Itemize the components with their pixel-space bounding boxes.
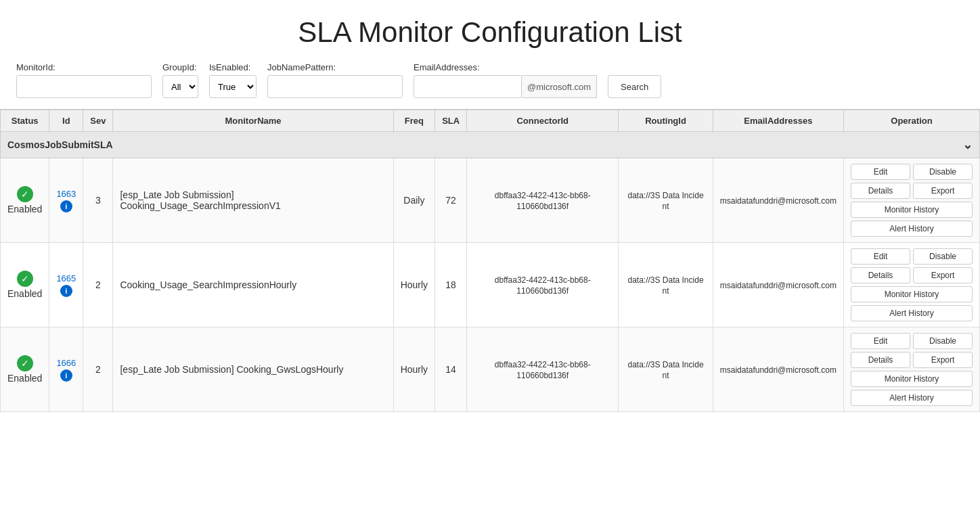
sev-cell: 2 xyxy=(83,327,113,412)
edit-button[interactable]: Edit xyxy=(851,248,910,265)
connector-id-cell: dbffaa32-4422-413c-bb68-110660bd136f xyxy=(467,158,619,243)
status-text: Enabled xyxy=(7,204,42,214)
group-id-filter: GroupId: All xyxy=(162,62,198,98)
job-name-input[interactable] xyxy=(267,75,403,98)
col-connector-id: ConnectorId xyxy=(467,110,619,132)
is-enabled-label: IsEnabled: xyxy=(209,62,257,72)
operation-cell: EditDisableDetailsExportMonitor HistoryA… xyxy=(843,327,979,412)
export-button[interactable]: Export xyxy=(913,352,973,368)
status-check-icon: ✓ xyxy=(17,186,33,202)
id-link[interactable]: 1666 xyxy=(56,358,76,368)
monitor-name-cell: Cooking_Usage_SearchImpressionHourly xyxy=(113,243,393,327)
sla-cell: 14 xyxy=(435,327,467,412)
chevron-down-icon[interactable]: ⌄ xyxy=(962,137,973,152)
connector-id-cell: dbffaa32-4422-413c-bb68-110660bd136f xyxy=(467,243,619,327)
routing-id-cell: data://3S Data Incide nt xyxy=(619,243,713,327)
routing-id-text: data://3S Data Incide nt xyxy=(627,191,703,211)
email-text: msaidatafunddri@microsoft.com xyxy=(720,365,837,375)
col-routing-id: RoutingId xyxy=(619,110,713,132)
monitor-name-cell: [esp_Late Job Submission] Cooking_GwsLog… xyxy=(113,327,393,412)
email-input-wrapper: @microsoft.com xyxy=(414,75,597,98)
alert-history-button[interactable]: Alert History xyxy=(851,221,973,237)
connector-id-text: dbffaa32-4422-413c-bb68-110660bd136f xyxy=(495,275,591,296)
email-input[interactable] xyxy=(414,75,522,98)
id-link[interactable]: 1663 xyxy=(56,189,76,199)
email-cell: msaidatafunddri@microsoft.com xyxy=(713,158,843,243)
details-button[interactable]: Details xyxy=(851,352,910,368)
table-header-row: Status Id Sev MonitorName Freq SLA Conne… xyxy=(1,110,980,132)
email-label: EmailAddresses: xyxy=(414,62,597,72)
email-cell: msaidatafunddri@microsoft.com xyxy=(713,327,843,412)
alert-history-button[interactable]: Alert History xyxy=(851,305,973,321)
status-cell: ✓ Enabled xyxy=(1,327,49,412)
email-text: msaidatafunddri@microsoft.com xyxy=(720,281,837,290)
monitor-id-filter: MonitorId: xyxy=(16,62,152,98)
info-icon[interactable]: i xyxy=(60,285,72,297)
info-icon[interactable]: i xyxy=(60,200,72,212)
export-button[interactable]: Export xyxy=(913,183,973,199)
status-text: Enabled xyxy=(7,373,42,384)
monitor-history-button[interactable]: Monitor History xyxy=(851,202,973,218)
col-monitor-name: MonitorName xyxy=(113,110,393,132)
operation-cell: EditDisableDetailsExportMonitor HistoryA… xyxy=(843,243,979,327)
col-freq: Freq xyxy=(393,110,435,132)
routing-id-cell: data://3S Data Incide nt xyxy=(619,327,713,412)
freq-cell: Daily xyxy=(393,158,435,243)
disable-button[interactable]: Disable xyxy=(913,164,973,180)
operation-cell: EditDisableDetailsExportMonitor HistoryA… xyxy=(843,158,979,243)
status-check-icon: ✓ xyxy=(17,355,33,371)
search-button[interactable]: Search xyxy=(608,75,661,98)
group-name: CosmosJobSubmitSLA xyxy=(7,139,113,150)
status-text: Enabled xyxy=(7,288,42,299)
table-row: ✓ Enabled 1663 i 3[esp_Late Job Submissi… xyxy=(1,158,980,243)
ops-grid: EditDisableDetailsExportMonitor HistoryA… xyxy=(851,248,973,321)
sla-cell: 72 xyxy=(435,158,467,243)
group-id-select[interactable]: All xyxy=(162,75,198,98)
ops-grid: EditDisableDetailsExportMonitor HistoryA… xyxy=(851,333,973,406)
sla-cell: 18 xyxy=(435,243,467,327)
status-check-icon: ✓ xyxy=(17,271,33,287)
col-sev: Sev xyxy=(83,110,113,132)
id-link[interactable]: 1665 xyxy=(56,273,76,283)
details-button[interactable]: Details xyxy=(851,267,910,283)
monitor-table: Status Id Sev MonitorName Freq SLA Conne… xyxy=(0,109,980,412)
routing-id-cell: data://3S Data Incide nt xyxy=(619,158,713,243)
table-row: ✓ Enabled 1665 i 2Cooking_Usage_SearchIm… xyxy=(1,243,980,327)
monitor-history-button[interactable]: Monitor History xyxy=(851,371,973,387)
status-cell: ✓ Enabled xyxy=(1,158,49,243)
freq-cell: Hourly xyxy=(393,327,435,412)
email-suffix: @microsoft.com xyxy=(522,75,597,98)
freq-cell: Hourly xyxy=(393,243,435,327)
details-button[interactable]: Details xyxy=(851,183,910,199)
alert-history-button[interactable]: Alert History xyxy=(851,390,973,406)
monitor-history-button[interactable]: Monitor History xyxy=(851,286,973,302)
sev-cell: 2 xyxy=(83,243,113,327)
disable-button[interactable]: Disable xyxy=(913,248,973,265)
email-cell: msaidatafunddri@microsoft.com xyxy=(713,243,843,327)
group-header-row: CosmosJobSubmitSLA⌄ xyxy=(1,132,980,158)
connector-id-text: dbffaa32-4422-413c-bb68-110660bd136f xyxy=(495,360,591,380)
info-icon[interactable]: i xyxy=(60,369,72,382)
col-email: EmailAddresses xyxy=(713,110,843,132)
page-title: SLA Monitor Configuration List xyxy=(0,0,980,62)
monitor-name-cell: [esp_Late Job Submission] Cooking_Usage_… xyxy=(113,158,393,243)
sev-cell: 3 xyxy=(83,158,113,243)
disable-button[interactable]: Disable xyxy=(913,333,973,349)
export-button[interactable]: Export xyxy=(913,267,973,283)
job-name-filter: JobNamePattern: xyxy=(267,62,403,98)
id-cell: 1665 i xyxy=(49,243,83,327)
col-sla: SLA xyxy=(435,110,467,132)
col-status: Status xyxy=(1,110,49,132)
id-cell: 1666 i xyxy=(49,327,83,412)
edit-button[interactable]: Edit xyxy=(851,333,910,349)
job-name-label: JobNamePattern: xyxy=(267,62,403,72)
col-id: Id xyxy=(49,110,83,132)
routing-id-text: data://3S Data Incide nt xyxy=(627,275,703,296)
monitor-id-input[interactable] xyxy=(16,75,152,98)
ops-grid: EditDisableDetailsExportMonitor HistoryA… xyxy=(851,164,973,237)
is-enabled-select[interactable]: True False All xyxy=(209,75,257,98)
routing-id-text: data://3S Data Incide nt xyxy=(627,360,703,380)
col-operation: Operation xyxy=(843,110,979,132)
connector-id-text: dbffaa32-4422-413c-bb68-110660bd136f xyxy=(495,191,591,211)
edit-button[interactable]: Edit xyxy=(851,164,910,180)
